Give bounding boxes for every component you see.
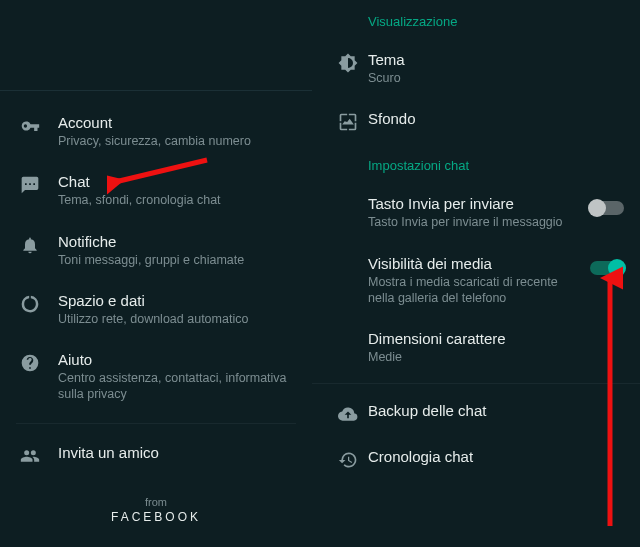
- from-facebook: from FACEBOOK: [0, 478, 312, 524]
- dati-sub: Utilizzo rete, download automatico: [58, 309, 296, 327]
- notifiche-sub: Toni messaggi, gruppi e chiamate: [58, 250, 296, 268]
- sidebar-item-notifiche[interactable]: Notifiche Toni messaggi, gruppi e chiama…: [0, 221, 312, 280]
- setting-dimensioni-carattere[interactable]: Dimensioni carattere Medie: [312, 318, 640, 377]
- sidebar-item-dati[interactable]: Spazio e dati Utilizzo rete, download au…: [0, 280, 312, 339]
- setting-tema[interactable]: Tema Scuro: [312, 39, 640, 98]
- data-usage-icon: [16, 292, 44, 314]
- cloud-upload-icon: [328, 402, 368, 424]
- account-sub: Privacy, sicurezza, cambia numero: [58, 131, 296, 149]
- people-icon: [16, 444, 44, 466]
- divider-line: [0, 90, 312, 91]
- help-icon: [16, 351, 44, 373]
- tema-title: Tema: [368, 51, 570, 68]
- media-title: Visibilità dei media: [368, 255, 570, 272]
- invia-sub: Tasto Invia per inviare il messaggio: [368, 212, 570, 230]
- tema-sub: Scuro: [368, 68, 570, 86]
- setting-sfondo[interactable]: Sfondo: [312, 98, 640, 144]
- from-label: from: [0, 496, 312, 508]
- invia-title: Tasto Invia per inviare: [368, 195, 570, 212]
- invita-title: Invita un amico: [58, 444, 296, 461]
- chat-icon: [16, 173, 44, 195]
- cron-title: Cronologia chat: [368, 448, 570, 465]
- setting-visibilita-media[interactable]: Visibilità dei media Mostra i media scar…: [312, 243, 640, 319]
- aiuto-sub: Centro assistenza, contattaci, informati…: [58, 368, 296, 403]
- setting-tasto-invia[interactable]: Tasto Invia per inviare Tasto Invia per …: [312, 183, 640, 242]
- toggle-visibilita-media[interactable]: [590, 261, 624, 275]
- setting-backup[interactable]: Backup delle chat: [312, 390, 640, 436]
- divider-line: [312, 383, 640, 384]
- dim-sub: Medie: [368, 347, 570, 365]
- divider-line: [16, 423, 296, 424]
- dati-title: Spazio e dati: [58, 292, 296, 309]
- history-icon: [328, 448, 368, 470]
- sidebar-item-invita[interactable]: Invita un amico: [0, 432, 312, 478]
- wallpaper-icon: [328, 110, 368, 132]
- bell-icon: [16, 233, 44, 255]
- dim-title: Dimensioni carattere: [368, 330, 570, 347]
- section-header-visualizzazione: Visualizzazione: [312, 0, 640, 39]
- chat-sub: Tema, sfondi, cronologia chat: [58, 190, 296, 208]
- toggle-tasto-invia[interactable]: [590, 201, 624, 215]
- backup-title: Backup delle chat: [368, 402, 570, 419]
- sidebar-item-chat[interactable]: Chat Tema, sfondi, cronologia chat: [0, 161, 312, 220]
- sidebar-item-account[interactable]: Account Privacy, sicurezza, cambia numer…: [0, 102, 312, 161]
- aiuto-title: Aiuto: [58, 351, 296, 368]
- facebook-label: FACEBOOK: [0, 508, 312, 524]
- notifiche-title: Notifiche: [58, 233, 296, 250]
- account-title: Account: [58, 114, 296, 131]
- brightness-icon: [328, 51, 368, 73]
- key-icon: [16, 114, 44, 136]
- chat-title: Chat: [58, 173, 296, 190]
- sidebar-item-aiuto[interactable]: Aiuto Centro assistenza, contattaci, inf…: [0, 339, 312, 415]
- setting-cronologia[interactable]: Cronologia chat: [312, 436, 640, 482]
- section-header-chat: Impostazioni chat: [312, 144, 640, 183]
- media-sub: Mostra i media scaricati di recente nell…: [368, 272, 570, 307]
- sfondo-title: Sfondo: [368, 110, 570, 127]
